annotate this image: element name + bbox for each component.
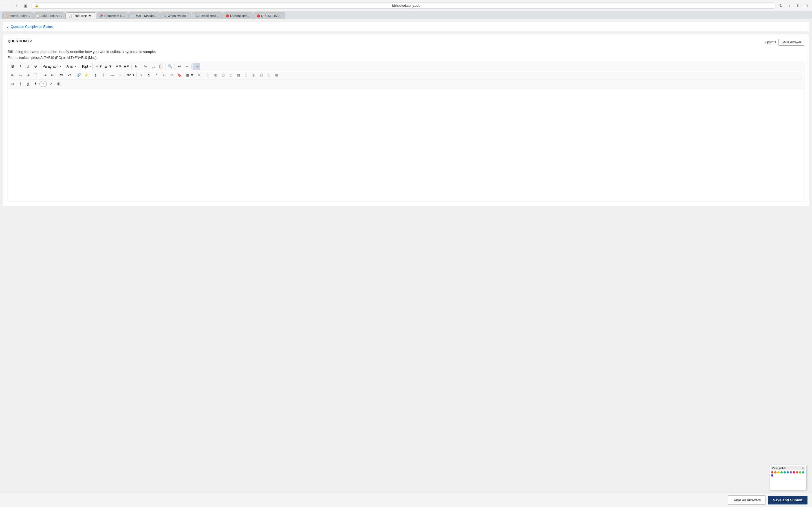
delete-col-button[interactable]: ◫ <box>273 71 280 79</box>
accessibility-button[interactable]: † <box>17 80 24 88</box>
insert-row-above-button[interactable]: ◫ <box>235 71 242 79</box>
color-dot[interactable] <box>771 474 773 476</box>
special-char-button[interactable]: Ω <box>160 71 168 79</box>
reload-button[interactable]: ↻ <box>777 2 784 9</box>
outdent-button[interactable]: ⇤ <box>49 71 56 79</box>
align-left-button[interactable]: ⇤ <box>9 71 16 79</box>
download-icon[interactable]: ↓ <box>786 2 793 9</box>
bookmark-button[interactable]: 🔖 <box>175 71 183 79</box>
cut-button[interactable]: ✂ <box>142 63 149 70</box>
cell-button[interactable]: ◫ <box>227 71 234 79</box>
save-submit-button[interactable]: Save and Submit <box>768 496 808 504</box>
insert-row-below-button[interactable]: ◫ <box>242 71 250 79</box>
horizontal-rule-button[interactable]: — <box>109 71 116 79</box>
spellcheck-button[interactable]: abc ▼ <box>126 71 136 79</box>
insert-col-before-button[interactable]: ◫ <box>257 71 265 79</box>
tab-homework[interactable]: 📚 Homework H... <box>97 12 128 19</box>
color-dot[interactable] <box>786 471 789 473</box>
tab-ia[interactable]: 🔴 I A Bbhosted... <box>222 12 253 19</box>
redo-button[interactable]: ↪ <box>183 63 191 70</box>
undo-button[interactable]: ↩ <box>175 63 183 70</box>
tab-view-button[interactable]: ▣ <box>21 2 29 10</box>
underline-button[interactable]: U <box>24 63 32 70</box>
color-dot[interactable] <box>799 471 801 473</box>
show-blocks-button[interactable]: ¶ <box>92 71 99 79</box>
italic-button[interactable]: I <box>17 63 24 70</box>
size-select[interactable]: 10pt ▼ <box>80 63 93 70</box>
save-answer-button[interactable]: Save Answer <box>778 39 804 46</box>
justify-button[interactable]: ☰ <box>32 71 39 79</box>
indent-button[interactable]: ⇥ <box>41 71 49 79</box>
tab-home[interactable]: 🏠 Home - Host... <box>2 12 33 19</box>
window-button[interactable]: ◻ <box>803 2 810 9</box>
tab-whentwo[interactable]: 🔍 When two ou... <box>160 12 192 19</box>
blockquote-button[interactable]: “ <box>153 71 160 79</box>
delete-row-button[interactable]: ◫ <box>250 71 257 79</box>
more-button[interactable]: ··· <box>193 63 200 70</box>
superscript-button[interactable]: x2 <box>58 71 65 79</box>
tab-taketest-sa[interactable]: 📋 Take Test: Sa... <box>33 12 65 19</box>
bold-button[interactable]: B <box>9 63 16 70</box>
color-dot[interactable] <box>793 471 795 473</box>
page-break-button[interactable]: + <box>116 71 124 79</box>
help-button[interactable]: ? <box>40 81 47 87</box>
tab-please[interactable]: 🔍 Please choo... <box>192 12 222 19</box>
color-dot[interactable] <box>796 471 798 473</box>
color-dot[interactable] <box>783 471 786 473</box>
col-button[interactable]: ◫ <box>219 71 227 79</box>
math-formula-button[interactable]: √ <box>138 71 145 79</box>
format-arrow: ▼ <box>59 65 62 68</box>
forward-button[interactable]: → <box>12 2 20 10</box>
color-dot[interactable] <box>774 471 776 473</box>
align-center-button[interactable]: ⇨ <box>17 71 24 79</box>
share-button[interactable]: ⇧ <box>795 2 801 9</box>
url-text: bbhosted.cuny.edu <box>40 4 772 8</box>
ordered-list-button[interactable]: ≣ ▼ <box>103 63 113 70</box>
paste-button[interactable]: 📋 <box>157 63 164 70</box>
tab-label-pr: Take Test: Pr... <box>73 14 93 17</box>
insert-paragraph-button[interactable]: ⊤ <box>100 71 107 79</box>
color-dot[interactable] <box>777 471 779 473</box>
font-select[interactable]: Arial ▼ <box>65 63 78 70</box>
color-dot[interactable] <box>790 471 792 473</box>
color-dot[interactable] <box>780 471 783 473</box>
align-right-button[interactable]: ⇥ <box>24 71 32 79</box>
row-button[interactable]: ◫ <box>212 71 219 79</box>
preview-button[interactable]: 👁 <box>32 80 39 88</box>
text-color-button[interactable]: A▼ <box>115 63 123 70</box>
find-button[interactable]: 🔍 <box>166 63 174 70</box>
tab-q7[interactable]: 🔴 QUESTION 7... <box>253 12 286 19</box>
tab-taketest-pr[interactable]: 📋 Take Test: Pr... <box>65 12 96 19</box>
editor-body[interactable] <box>8 89 804 201</box>
format-select[interactable]: Paragraph ▼ <box>41 63 63 70</box>
table-props-button[interactable]: ◫ <box>204 71 211 79</box>
show-paragraph-button[interactable]: ¶ <box>145 71 153 79</box>
copy-button[interactable]: ◡ <box>149 63 157 70</box>
save-all-button[interactable]: Save All Answers <box>728 496 766 505</box>
source-code-button[interactable]: <> <box>9 80 16 88</box>
insert-button[interactable]: ⊕ <box>55 80 62 88</box>
unordered-list-button[interactable]: ≡ ▼ <box>95 63 103 70</box>
back-button[interactable]: ← <box>2 2 10 10</box>
insert-col-after-button[interactable]: ◫ <box>265 71 272 79</box>
code-snippet-button[interactable]: {} <box>24 80 32 88</box>
highlight-color-button[interactable]: ■▼ <box>123 63 131 70</box>
link-button[interactable]: 🔗 <box>75 71 82 79</box>
subscript-button[interactable]: x2 <box>66 71 73 79</box>
tab-mail[interactable]: 📧 Mail - MARIA... <box>128 12 160 19</box>
color-dot[interactable] <box>802 471 804 473</box>
thumb-close[interactable]: ✕ <box>802 467 804 469</box>
emoji-button[interactable]: ☺ <box>168 71 175 79</box>
fullscreen-button[interactable]: ⤤ <box>47 80 54 88</box>
color-dot[interactable] <box>771 471 773 473</box>
security-icon: 🔒 <box>35 4 39 8</box>
clear-format-button[interactable]: Ix <box>133 63 140 70</box>
tab-favicon-hw: 📚 <box>100 14 103 17</box>
question-completion-link[interactable]: Question Completion Status: <box>11 25 54 29</box>
unlink-button[interactable]: ⚡ <box>83 71 90 79</box>
table-button[interactable]: ▦ ▼ <box>185 71 195 79</box>
delete-table-button[interactable]: ✕ <box>195 71 202 79</box>
toolbar-row-2: ⇤ ⇨ ⇥ ☰ ⇥ ⇤ x2 x2 🔗 ⚡ ¶ ⊤ <box>8 71 804 80</box>
tab-label-mail: Mail - MARIA... <box>136 14 157 17</box>
strikethrough-button[interactable]: S <box>32 63 39 70</box>
